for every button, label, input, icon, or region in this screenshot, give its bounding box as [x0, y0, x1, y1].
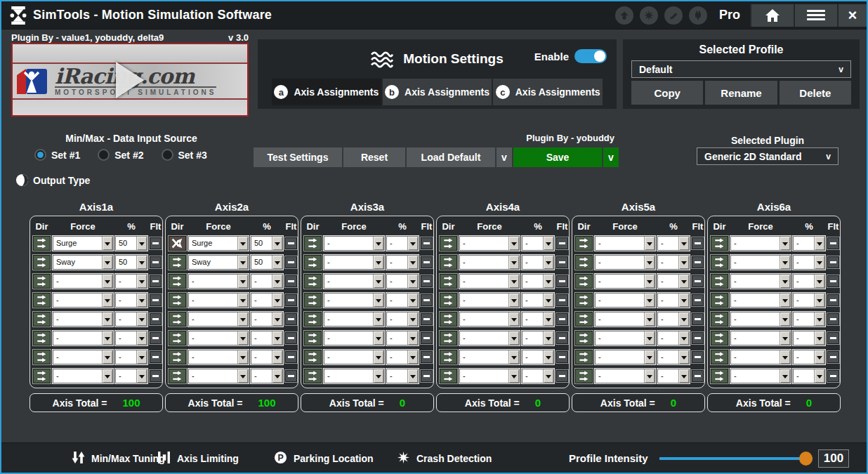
filter-button[interactable]	[827, 294, 839, 306]
filter-button[interactable]	[827, 256, 839, 268]
force-select[interactable]: -	[53, 274, 113, 289]
plug-icon[interactable]	[689, 6, 707, 25]
force-select[interactable]: -	[730, 331, 791, 345]
force-select[interactable]: -	[730, 236, 791, 251]
force-select[interactable]: -	[730, 312, 791, 327]
percent-select[interactable]: -	[386, 236, 419, 251]
force-select[interactable]: -	[324, 312, 384, 327]
percent-select[interactable]: -	[251, 274, 283, 289]
force-select[interactable]: -	[730, 350, 791, 364]
filter-button[interactable]	[692, 351, 704, 363]
direction-arrows-button[interactable]	[169, 274, 186, 289]
direction-arrows-button[interactable]	[711, 293, 728, 308]
direction-arrows-button[interactable]	[575, 331, 593, 345]
direction-arrows-button[interactable]	[304, 312, 322, 327]
direction-arrows-button[interactable]	[575, 293, 593, 308]
enable-toggle[interactable]	[574, 49, 607, 63]
direction-arrows-button[interactable]	[440, 236, 457, 251]
percent-select[interactable]: -	[115, 312, 147, 327]
direction-arrows-button[interactable]	[575, 255, 593, 270]
direction-arrows-button[interactable]	[575, 369, 593, 383]
percent-select[interactable]: -	[115, 331, 147, 345]
filter-button[interactable]	[556, 256, 568, 268]
force-select[interactable]: -	[595, 274, 655, 289]
force-select[interactable]: -	[53, 350, 113, 364]
force-select[interactable]: -	[595, 369, 655, 383]
filter-button[interactable]	[421, 237, 433, 249]
direction-crossed-arrows-button[interactable]	[169, 236, 186, 251]
filter-button[interactable]	[692, 275, 704, 287]
direction-arrows-button[interactable]	[575, 350, 593, 364]
percent-select[interactable]: -	[793, 312, 825, 327]
filter-button[interactable]	[421, 313, 433, 325]
percent-select[interactable]: -	[386, 255, 419, 270]
percent-select[interactable]: -	[386, 350, 419, 364]
radio-set-1[interactable]: Set #1	[34, 149, 80, 161]
percent-select[interactable]: -	[793, 293, 825, 308]
load-default-dropdown-button[interactable]: v	[497, 147, 512, 167]
filter-button[interactable]	[692, 313, 704, 325]
force-select[interactable]: -	[730, 293, 791, 308]
rename-button[interactable]: Rename	[705, 81, 777, 105]
force-select[interactable]: -	[459, 331, 520, 345]
direction-arrows-button[interactable]	[33, 274, 51, 289]
filter-button[interactable]	[150, 275, 162, 287]
up-arrow-icon[interactable]	[615, 6, 633, 25]
force-select[interactable]: -	[324, 293, 384, 308]
direction-arrows-button[interactable]	[169, 255, 186, 270]
percent-select[interactable]: -	[793, 331, 825, 345]
radio-set-3[interactable]: Set #3	[162, 149, 207, 161]
force-select[interactable]: -	[730, 274, 791, 289]
direction-arrows-button[interactable]	[440, 350, 457, 364]
direction-arrows-button[interactable]	[711, 255, 728, 270]
filter-button[interactable]	[692, 237, 704, 249]
filter-button[interactable]	[827, 237, 839, 249]
direction-arrows-button[interactable]	[575, 236, 593, 251]
direction-arrows-button[interactable]	[711, 369, 728, 383]
filter-button[interactable]	[421, 294, 433, 306]
footer-crash-detection[interactable]: Crash Detection	[397, 443, 492, 473]
force-select[interactable]: Surge	[188, 236, 249, 251]
force-select[interactable]: -	[53, 369, 113, 383]
direction-arrows-button[interactable]	[33, 255, 51, 270]
direction-arrows-button[interactable]	[33, 350, 51, 364]
filter-button[interactable]	[285, 275, 297, 287]
percent-select[interactable]: -	[251, 369, 283, 383]
filter-button[interactable]	[827, 370, 839, 382]
load-default-button[interactable]: Load Default	[407, 147, 495, 167]
plugin-select[interactable]: Generic 2D Standard v	[697, 147, 839, 165]
force-select[interactable]: -	[53, 312, 113, 327]
filter-button[interactable]	[150, 237, 162, 249]
filter-button[interactable]	[827, 275, 839, 287]
filter-button[interactable]	[692, 370, 704, 382]
filter-button[interactable]	[827, 351, 839, 363]
percent-select[interactable]: -	[657, 369, 690, 383]
direction-arrows-button[interactable]	[169, 293, 186, 308]
force-select[interactable]: -	[324, 369, 384, 383]
direction-arrows-button[interactable]	[575, 312, 593, 327]
tab-axis-assignments-b[interactable]: bAxis Assignments	[383, 79, 492, 105]
filter-button[interactable]	[421, 332, 433, 344]
play-icon[interactable]	[116, 62, 144, 98]
filter-button[interactable]	[556, 313, 568, 325]
percent-select[interactable]: -	[386, 274, 419, 289]
home-button[interactable]	[750, 4, 794, 27]
tab-axis-assignments-c[interactable]: cAxis Assignments	[493, 79, 603, 105]
direction-arrows-button[interactable]	[304, 274, 322, 289]
direction-arrows-button[interactable]	[440, 274, 457, 289]
menu-button[interactable]	[794, 4, 837, 27]
percent-select[interactable]: -	[386, 331, 419, 345]
percent-select[interactable]: -	[522, 331, 554, 345]
percent-select[interactable]: -	[793, 236, 825, 251]
filter-button[interactable]	[556, 237, 568, 249]
direction-arrows-button[interactable]	[304, 255, 322, 270]
direction-arrows-button[interactable]	[169, 350, 186, 364]
force-select[interactable]: -	[595, 312, 655, 327]
filter-button[interactable]	[556, 370, 568, 382]
percent-select[interactable]: -	[657, 312, 690, 327]
footer-parking-location[interactable]: PParking Location	[274, 443, 374, 473]
direction-arrows-button[interactable]	[304, 293, 322, 308]
force-select[interactable]: -	[324, 331, 384, 345]
percent-select[interactable]: -	[522, 236, 554, 251]
filter-button[interactable]	[285, 313, 297, 325]
